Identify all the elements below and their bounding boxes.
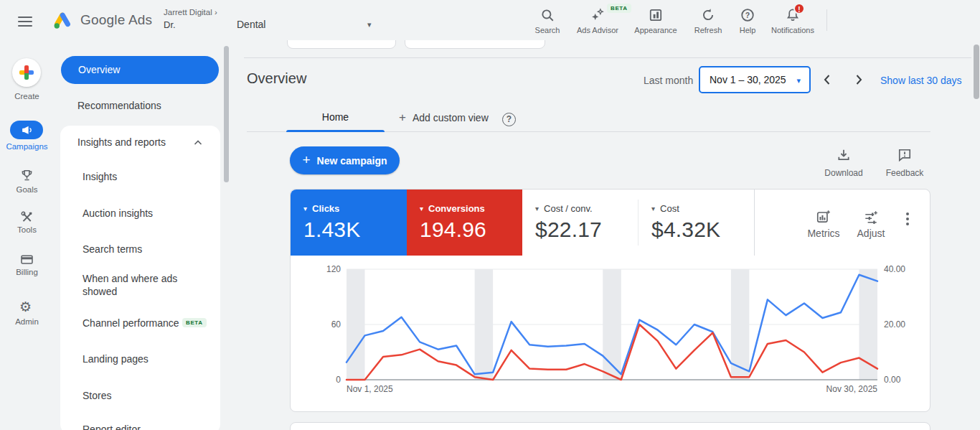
svg-text:?: ?: [745, 11, 750, 19]
conversions-value: 194.96: [420, 218, 522, 242]
x-axis-end-label: Nov 30, 2025: [826, 384, 878, 394]
sidebar-group-insights-and-reports[interactable]: Insights and reports: [77, 136, 166, 148]
billing-label: Billing: [0, 268, 54, 276]
adjust-button[interactable]: Adjust: [849, 209, 892, 239]
google-ads-app: Google Ads Jarrett Digital › Dr. Dental …: [0, 0, 980, 430]
right-axis-tick: 40.00: [884, 264, 905, 274]
metrics-icon: [802, 209, 845, 225]
trophy-icon: [20, 169, 34, 182]
create-label: Create: [0, 92, 54, 101]
metric-card-conversions[interactable]: ▾Conversions 194.96: [407, 190, 522, 256]
feedback-icon: [880, 148, 930, 164]
sidebar-item-overview[interactable]: Overview: [61, 56, 219, 84]
tab-home[interactable]: Home: [286, 111, 385, 123]
page-scrollbar[interactable]: [974, 45, 979, 99]
create-button[interactable]: [12, 58, 41, 87]
appearance-icon: [631, 6, 681, 24]
caret-down-icon: ▾: [303, 205, 307, 212]
rail-item-tools[interactable]: [20, 210, 34, 224]
previous-period-button[interactable]: [819, 72, 835, 88]
breadcrumb[interactable]: Jarrett Digital › Dr.: [164, 7, 217, 31]
page-title: Overview: [247, 70, 306, 87]
next-section-card: [290, 422, 930, 430]
rail-item-goals[interactable]: [20, 169, 34, 182]
download-button[interactable]: Download: [819, 148, 869, 178]
rail-item-billing[interactable]: [20, 253, 34, 266]
right-axis-tick: 20.00: [884, 319, 905, 329]
adjust-sliders-icon: [849, 209, 892, 225]
megaphone-icon: [21, 124, 33, 136]
left-axis-tick: 120: [326, 264, 341, 274]
breadcrumb-chevron-icon: ›: [215, 8, 217, 17]
sidebar-item-recommendations[interactable]: Recommendations: [77, 100, 161, 111]
help-button[interactable]: ? Help: [722, 6, 773, 34]
sidebar-item-stores[interactable]: Stores: [83, 390, 111, 401]
right-axis-tick: 0.00: [884, 375, 901, 385]
performance-card: ▾Clicks 1.43K ▾Conversions 194.96 ▾Cost …: [290, 189, 930, 412]
metric-card-cost[interactable]: ▾Cost $4.32K: [639, 190, 754, 256]
sidebar-item-insights[interactable]: Insights: [83, 171, 117, 182]
controls-divider: [754, 190, 755, 256]
tools-label: Tools: [0, 225, 54, 234]
metric-card-cost-per-conv[interactable]: ▾Cost / conv. $22.17: [522, 190, 638, 256]
rail-item-campaigns[interactable]: [10, 121, 43, 139]
caret-down-icon: ▾: [420, 205, 423, 212]
topbar-divider: [826, 9, 827, 31]
sidebar-item-landing-pages[interactable]: Landing pages: [83, 353, 149, 365]
left-axis-tick: 60: [331, 319, 341, 329]
date-range-picker[interactable]: Nov 1 – 30, 2025 ▾: [699, 66, 811, 93]
clicks-value: 1.43K: [303, 218, 407, 242]
performance-chart[interactable]: 00.006020.0012040.00Nov 1, 2025Nov 30, 2…: [291, 256, 931, 413]
tabs-help-icon[interactable]: ?: [502, 113, 516, 126]
next-period-button[interactable]: [851, 72, 867, 88]
caret-down-icon: ▾: [535, 205, 539, 212]
notifications-button[interactable]: ! Notifications: [768, 6, 818, 34]
download-icon: [819, 148, 869, 164]
search-icon: [522, 6, 573, 24]
tools-icon: [20, 210, 34, 224]
campaigns-label: Campaigns: [0, 142, 54, 151]
google-ads-logo[interactable]: Google Ads: [52, 10, 152, 30]
x-axis-start-label: Nov 1, 2025: [347, 384, 393, 394]
sidebar-item-report-editor[interactable]: Report editor: [83, 424, 141, 430]
show-last-30-days-link[interactable]: Show last 30 days: [880, 75, 962, 86]
new-campaign-button[interactable]: + New campaign: [290, 146, 400, 174]
ads-advisor-beta-badge: BETA: [607, 4, 631, 13]
plus-icon: +: [399, 111, 406, 123]
menu-icon[interactable]: [18, 17, 32, 27]
logo-text: Google Ads: [80, 12, 152, 28]
credit-card-icon: [20, 253, 34, 266]
channel-performance-beta-badge: BETA: [182, 318, 207, 327]
help-icon: ?: [722, 6, 773, 24]
left-axis-tick: 0: [336, 375, 341, 385]
metric-card-clicks[interactable]: ▾Clicks 1.43K: [291, 190, 407, 256]
feedback-button[interactable]: Feedback: [880, 148, 930, 178]
create-plus-icon: [19, 65, 34, 80]
ads-advisor-button[interactable]: Ads Advisor BETA: [573, 6, 623, 34]
sidebar-item-channel-performance[interactable]: Channel performance: [83, 317, 179, 329]
cost-value: $4.32K: [651, 218, 754, 242]
add-custom-view-button[interactable]: + Add custom view: [399, 111, 489, 123]
bell-icon: !: [768, 6, 818, 24]
google-ads-logo-icon: [52, 10, 73, 30]
sidebar-item-auction-insights[interactable]: Auction insights: [83, 207, 153, 219]
admin-label: Admin: [0, 317, 54, 326]
chevron-up-icon[interactable]: [192, 137, 204, 149]
goals-label: Goals: [0, 185, 54, 194]
active-tab-underline: [286, 130, 385, 132]
gear-icon: ⚙: [19, 299, 32, 314]
metrics-button[interactable]: Metrics: [802, 209, 845, 239]
sidebar-scrollbar[interactable]: [224, 46, 229, 182]
appearance-button[interactable]: Appearance: [631, 6, 681, 34]
header-divider: [244, 57, 971, 58]
top-bar: Google Ads Jarrett Digital › Dr. Dental …: [0, 0, 980, 40]
date-preset-label: Last month: [644, 75, 693, 86]
search-button[interactable]: Search: [522, 6, 573, 34]
more-options-button[interactable]: [906, 212, 909, 228]
sidebar-item-search-terms[interactable]: Search terms: [83, 243, 142, 255]
sidebar-item-when-and-where-ads-showed[interactable]: When and where ads showed: [83, 272, 192, 298]
campaign-selector-caret-icon[interactable]: ▾: [367, 20, 372, 29]
campaign-selector[interactable]: Dental: [237, 19, 380, 30]
plus-icon: +: [302, 152, 310, 168]
rail-item-admin[interactable]: ⚙: [19, 300, 32, 314]
